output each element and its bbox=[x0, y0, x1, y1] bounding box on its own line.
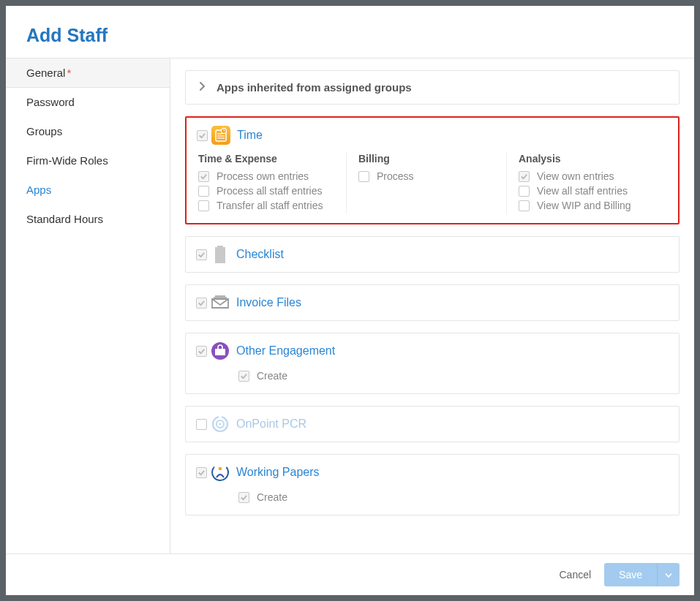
col-title: Billing bbox=[358, 153, 497, 165]
app-panel-checklist: Checklist bbox=[185, 236, 680, 273]
app-name-checklist: Checklist bbox=[236, 248, 284, 261]
perm-label: Process own entries bbox=[217, 170, 309, 182]
onpoint-pcr-app-icon bbox=[210, 414, 230, 434]
checkbox[interactable] bbox=[519, 171, 530, 182]
modal-body: General* Password Groups Firm-Wide Roles… bbox=[6, 58, 694, 553]
save-button-group: Save bbox=[604, 563, 680, 586]
inherited-apps-toggle[interactable]: Apps inherited from assigned groups bbox=[186, 71, 679, 104]
app-panel-time: Time Time & Expense Process own entries … bbox=[185, 116, 680, 224]
working-papers-subperms: Create bbox=[186, 490, 679, 515]
checkbox[interactable] bbox=[358, 171, 369, 182]
required-icon: * bbox=[67, 67, 71, 79]
perm-label: View all staff entries bbox=[537, 185, 628, 197]
sidebar-item-label: Firm-Wide Roles bbox=[26, 154, 108, 167]
perm-process-all-staff-entries[interactable]: Process all staff entries bbox=[198, 185, 337, 197]
sidebar: General* Password Groups Firm-Wide Roles… bbox=[6, 58, 170, 553]
perm-process-own-entries[interactable]: Process own entries bbox=[198, 170, 337, 182]
sidebar-item-label: Groups bbox=[26, 125, 62, 137]
checkbox[interactable] bbox=[198, 186, 209, 197]
modal-title: Add Staff bbox=[6, 6, 694, 58]
app-panel-invoice-files: Invoice Files bbox=[185, 284, 680, 321]
app-panel-working-papers: Working Papers Create bbox=[185, 454, 680, 515]
app-header-invoice-files[interactable]: Invoice Files bbox=[186, 285, 679, 320]
main-content: Apps inherited from assigned groups bbox=[170, 58, 694, 553]
sidebar-item-groups[interactable]: Groups bbox=[6, 117, 170, 146]
svg-point-12 bbox=[211, 463, 230, 482]
invoice-files-app-icon bbox=[210, 292, 230, 313]
col-title: Analysis bbox=[519, 153, 658, 165]
app-checkbox-time[interactable] bbox=[197, 130, 208, 141]
sidebar-item-apps[interactable]: Apps bbox=[6, 175, 170, 205]
sidebar-item-label: General bbox=[26, 67, 65, 79]
svg-point-10 bbox=[219, 423, 221, 425]
sidebar-item-label: Standard Hours bbox=[26, 213, 103, 225]
app-checkbox-other-engagement[interactable] bbox=[196, 346, 207, 357]
save-dropdown-button[interactable] bbox=[657, 563, 680, 586]
add-staff-modal: Add Staff General* Password Groups Firm-… bbox=[6, 6, 694, 595]
checkbox[interactable] bbox=[198, 200, 209, 211]
perm-label: Create bbox=[257, 370, 287, 382]
checkbox[interactable] bbox=[238, 492, 249, 503]
svg-point-13 bbox=[219, 467, 222, 471]
perm-other-engagement-create[interactable]: Create bbox=[238, 370, 667, 382]
app-header-working-papers[interactable]: Working Papers bbox=[186, 455, 679, 490]
checkbox[interactable] bbox=[198, 171, 209, 182]
perm-label: Transfer all staff entries bbox=[217, 200, 323, 211]
perm-working-papers-create[interactable]: Create bbox=[238, 491, 667, 503]
perm-label: Process all staff entries bbox=[217, 185, 322, 197]
sidebar-item-standard-hours[interactable]: Standard Hours bbox=[6, 205, 170, 234]
checklist-app-icon bbox=[210, 244, 230, 265]
perm-view-own-entries[interactable]: View own entries bbox=[519, 170, 658, 182]
perm-label: View own entries bbox=[537, 170, 614, 182]
working-papers-app-icon bbox=[210, 462, 230, 483]
app-panel-onpoint-pcr: OnPoint PCR bbox=[185, 406, 680, 442]
modal-footer: Cancel Save bbox=[6, 553, 694, 595]
sidebar-item-label: Apps bbox=[26, 184, 51, 196]
other-engagement-app-icon bbox=[210, 341, 230, 361]
inherited-apps-panel: Apps inherited from assigned groups bbox=[185, 70, 680, 105]
checkbox[interactable] bbox=[519, 200, 530, 211]
app-header-other-engagement[interactable]: Other Engagement bbox=[186, 333, 679, 368]
time-col-time-expense: Time & Expense Process own entries Proce… bbox=[198, 153, 346, 214]
time-col-analysis: Analysis View own entries View all staff… bbox=[506, 153, 666, 214]
time-permissions: Time & Expense Process own entries Proce… bbox=[187, 153, 678, 223]
inherited-apps-label: Apps inherited from assigned groups bbox=[217, 81, 412, 94]
svg-rect-7 bbox=[215, 349, 225, 355]
perm-label: Create bbox=[257, 491, 287, 503]
checkbox[interactable] bbox=[238, 371, 249, 382]
app-checkbox-invoice-files[interactable] bbox=[196, 298, 207, 309]
sidebar-item-firm-wide-roles[interactable]: Firm-Wide Roles bbox=[6, 146, 170, 175]
perm-view-wip-billing[interactable]: View WIP and Billing bbox=[519, 200, 658, 211]
chevron-right-icon bbox=[199, 81, 206, 94]
sidebar-item-password[interactable]: Password bbox=[6, 88, 170, 117]
cancel-button[interactable]: Cancel bbox=[559, 569, 591, 581]
time-app-icon bbox=[211, 125, 231, 145]
svg-rect-11 bbox=[219, 415, 222, 419]
save-button[interactable]: Save bbox=[604, 563, 657, 586]
perm-label: View WIP and Billing bbox=[537, 200, 631, 211]
perm-transfer-all-staff-entries[interactable]: Transfer all staff entries bbox=[198, 200, 337, 211]
app-checkbox-working-papers[interactable] bbox=[196, 467, 207, 478]
app-panel-other-engagement: Other Engagement Create bbox=[185, 333, 680, 394]
app-checkbox-checklist[interactable] bbox=[196, 249, 207, 260]
app-header-onpoint-pcr[interactable]: OnPoint PCR bbox=[186, 407, 679, 442]
perm-billing-process[interactable]: Process bbox=[358, 170, 497, 182]
sidebar-item-label: Password bbox=[26, 96, 75, 108]
svg-rect-0 bbox=[211, 126, 230, 145]
app-name-onpoint-pcr: OnPoint PCR bbox=[236, 417, 306, 431]
time-col-billing: Billing Process bbox=[346, 153, 506, 214]
other-engagement-subperms: Create bbox=[186, 368, 679, 393]
checkbox[interactable] bbox=[519, 186, 530, 197]
app-name-other-engagement: Other Engagement bbox=[236, 344, 335, 358]
sidebar-item-general[interactable]: General* bbox=[6, 58, 170, 88]
perm-view-all-staff-entries[interactable]: View all staff entries bbox=[519, 185, 658, 197]
col-title: Time & Expense bbox=[198, 153, 337, 165]
app-header-checklist[interactable]: Checklist bbox=[186, 237, 679, 272]
app-checkbox-onpoint-pcr[interactable] bbox=[196, 419, 207, 430]
app-name-invoice-files: Invoice Files bbox=[236, 296, 301, 309]
app-name-time: Time bbox=[237, 129, 263, 142]
app-name-working-papers: Working Papers bbox=[236, 466, 320, 479]
perm-label: Process bbox=[377, 170, 414, 182]
chevron-down-icon bbox=[665, 570, 672, 581]
app-header-time[interactable]: Time bbox=[187, 118, 678, 153]
